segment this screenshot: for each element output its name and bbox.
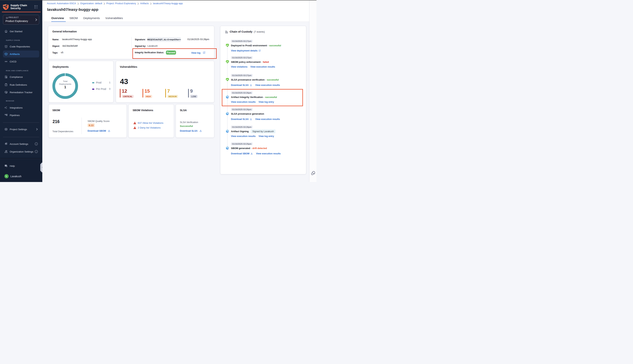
svg-text:?: ? — [6, 165, 6, 166]
